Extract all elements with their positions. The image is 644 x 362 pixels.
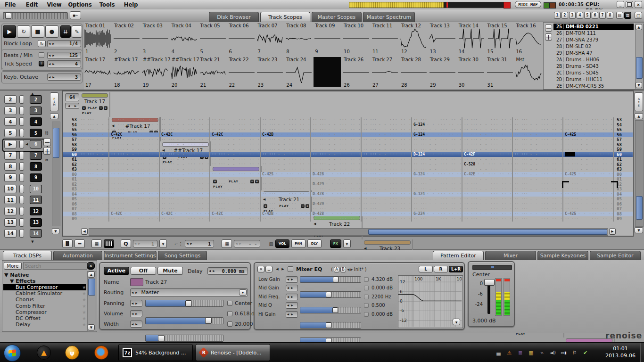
pattern-cell[interactable]: ·· ···- - ··· ·· ·· bbox=[311, 123, 362, 128]
pattern-vscrollbar[interactable] bbox=[635, 120, 644, 227]
dsp-search-input[interactable] bbox=[23, 262, 87, 270]
favorite-star-icon[interactable]: ★ bbox=[82, 304, 86, 309]
view-preset-5[interactable]: 5 bbox=[584, 12, 591, 19]
tab-instrument-settings[interactable]: Instrument Settings bbox=[104, 251, 157, 260]
tray-icon-volume[interactable]: ◄)) bbox=[549, 349, 556, 356]
pattern-cell[interactable]: ·· ···- - ··· ·· ·· bbox=[362, 123, 412, 128]
pattern-cell[interactable]: C-425· · ··· ·· ·· bbox=[563, 212, 614, 217]
pattern-cell[interactable]: C-42B· · ··· ·· ·· bbox=[261, 212, 311, 217]
pattern-cell[interactable]: ·· ···- - ··· ·· ·· bbox=[513, 212, 563, 217]
record-quantize-button[interactable]: ▦ bbox=[91, 239, 102, 248]
pattern-cell[interactable]: ·· ···- - ··· ·· ·· bbox=[462, 206, 513, 212]
pattern-cell[interactable]: ·· ···- - ··· ·· ·· bbox=[261, 177, 311, 182]
pattern-cell[interactable]: ·· ···- - ··· ·· ·· bbox=[261, 157, 311, 162]
sequence-position-button[interactable]: 9 bbox=[4, 173, 17, 182]
pattern-cell[interactable]: ·· ···- - ··· ·· ·· bbox=[311, 152, 362, 157]
block-loop-spinner[interactable]: ◀▶1/4 bbox=[47, 40, 81, 47]
pattern-cell[interactable]: G-124· · ··· ·· ·· bbox=[412, 132, 462, 138]
pattern-cell[interactable]: · · ··· ·· ·· bbox=[563, 152, 614, 157]
pattern-cell[interactable]: ·· ···- - ··· ·· ·· bbox=[563, 137, 614, 142]
spinner-arrow[interactable]: ◀ bbox=[185, 242, 189, 246]
spinner-arrow[interactable]: ▶ bbox=[134, 291, 138, 295]
pattern-cell[interactable]: ·· ···- - ··· ·· ·· bbox=[462, 147, 513, 152]
pattern-cell[interactable]: ·· ···- - ··· ·· ·· bbox=[79, 127, 109, 132]
pattern-cell[interactable]: C-42C· · ··· ·· ·· bbox=[210, 132, 261, 138]
eq-nudge[interactable]: ◀▶ bbox=[286, 276, 298, 283]
eq-auto-checkbox[interactable] bbox=[364, 277, 369, 282]
dsp-effect-item[interactable]: DC Offset★ bbox=[3, 315, 86, 321]
pattern-cell[interactable]: C-42C· · ··· ·· ·· bbox=[109, 212, 160, 217]
master-volume-handle[interactable] bbox=[5, 13, 11, 19]
pattern-cell[interactable]: ·· ···- - ··· ·· ·· bbox=[362, 167, 412, 172]
midi-map-button[interactable]: MIDI MAP bbox=[515, 1, 541, 8]
tab-master-scopes[interactable]: Master Scopes bbox=[312, 12, 362, 22]
pattern-cell[interactable]: ·· ···- - ··· ·· ·· bbox=[109, 172, 160, 177]
pattern-cell[interactable]: ·· ···- - ··· ·· ·· bbox=[109, 216, 160, 222]
pattern-cell[interactable]: ·· ···- - ··· ·· ·· bbox=[261, 123, 311, 128]
instrument-row[interactable]: 2DDrums - HHC11 bbox=[553, 76, 634, 82]
pattern-cell[interactable]: ·· ···- - ··· ·· ·· bbox=[79, 187, 109, 192]
close-button[interactable]: × bbox=[635, 1, 642, 8]
track-collapse-arrow[interactable]: ◀ bbox=[312, 222, 317, 226]
eq-nudge[interactable]: ◀▶ bbox=[286, 311, 298, 318]
tray-icon-language[interactable]: ⚐ bbox=[571, 349, 578, 356]
width-nudge[interactable]: ◀▶ bbox=[130, 321, 142, 328]
sequence-prev-arrow[interactable]: ◀ bbox=[25, 142, 29, 147]
pattern-cell[interactable]: ·· ···- - ··· ·· ·· bbox=[412, 202, 462, 207]
reset-volume-button[interactable]: ◼← bbox=[70, 11, 81, 19]
sequence-position-button[interactable]: 3 bbox=[4, 107, 17, 115]
slider-handle[interactable] bbox=[158, 335, 165, 341]
pattern-cell[interactable]: ·· ···- - ··· ·· ·· bbox=[160, 172, 210, 177]
pattern-cell[interactable]: ·· ···- - ··· ·· ·· bbox=[563, 123, 614, 128]
pattern-cell[interactable]: ·· ···- - ··· ·· ·· bbox=[109, 202, 160, 207]
pattern-cell[interactable]: ·· ···- - ··· ·· ·· bbox=[311, 162, 362, 167]
mid-gain-slider[interactable] bbox=[300, 291, 361, 298]
sequence-pattern-button[interactable]: 6 bbox=[30, 140, 42, 148]
sequence-pattern-button[interactable]: 7 bbox=[30, 151, 42, 160]
pattern-cell[interactable]: ·· ···- - ··· ·· ·· bbox=[563, 216, 614, 222]
spinner-arrow[interactable]: ▶ bbox=[290, 295, 294, 299]
volume-auto-checkbox[interactable] bbox=[227, 311, 232, 316]
spinner-arrow[interactable]: ◀ bbox=[286, 313, 290, 316]
more-button[interactable]: More bbox=[4, 262, 22, 270]
pattern-cell[interactable]: ·· ···- - ··· ·· ·· bbox=[412, 117, 462, 123]
layout-upper-toggle[interactable]: ▤ bbox=[616, 12, 623, 19]
pattern-cell[interactable]: ·· ···- - ··· ·· ·· bbox=[160, 177, 210, 182]
preset-b-button[interactable]: B bbox=[340, 267, 346, 272]
pattern-cell[interactable]: ·· ···- - ··· ·· ·· bbox=[109, 162, 160, 167]
fullscreen-button[interactable]: ▢ bbox=[635, 12, 642, 19]
play-button[interactable]: ▶ bbox=[3, 25, 16, 38]
instrument-row[interactable]: 25DM-BD 0221 bbox=[553, 24, 634, 30]
sequence-position-button[interactable]: 4 bbox=[4, 117, 17, 126]
pattern-cell[interactable]: ·· ···- - ··· ·· ·· bbox=[210, 142, 261, 148]
pattern-cell[interactable]: ·· ···- - ··· ·· ·· bbox=[412, 157, 462, 162]
track-play-sub[interactable]: PLAY bbox=[82, 111, 96, 115]
track-color-swatch[interactable] bbox=[130, 278, 143, 286]
loop-pattern-button[interactable]: ↻ bbox=[17, 25, 30, 38]
pattern-cell[interactable]: ·· ···- - ··· ·· ·· bbox=[412, 162, 462, 167]
pattern-cell[interactable]: ·· ···- - ··· ·· ·· bbox=[79, 142, 109, 148]
pattern-cell[interactable]: ·· ···- - ··· ·· ·· bbox=[412, 216, 462, 222]
pattern-select-spinner[interactable]: ◀▶ bbox=[65, 103, 79, 109]
panning-slider[interactable] bbox=[145, 300, 223, 307]
eq-nudge[interactable]: ◀▶ bbox=[286, 285, 298, 291]
pattern-cell[interactable]: ·· ···- - ··· ·· ·· bbox=[362, 152, 412, 157]
layout-lower-toggle[interactable]: ▥ bbox=[624, 12, 631, 19]
pattern-cell[interactable]: ·· ···- - ··· ·· ·· bbox=[362, 206, 412, 212]
low-gain-slider[interactable] bbox=[300, 276, 361, 283]
pattern-cell[interactable]: ·· ···- - ··· ·· ·· bbox=[210, 202, 261, 207]
pattern-cell[interactable]: ·· ···- - ··· ·· ·· bbox=[362, 192, 412, 197]
spinner-right-arrow[interactable]: ▶ bbox=[51, 42, 55, 46]
pattern-cell[interactable]: ·· ···- - ··· ·· ·· bbox=[412, 197, 462, 202]
instrument-expand-button[interactable]: + bbox=[545, 33, 552, 41]
computer-keyboard-piano-button[interactable] bbox=[104, 239, 114, 248]
preset-a-button[interactable]: A bbox=[334, 267, 339, 272]
pattern-cell[interactable]: ·· ···- - ··· ·· ·· bbox=[109, 142, 160, 148]
pattern-cell[interactable]: ·· ···- - ··· ·· ·· bbox=[563, 147, 614, 152]
pattern-cell[interactable]: ·· ···- - ··· ·· ·· bbox=[362, 182, 412, 187]
pattern-cell[interactable]: ·· ···- - ··· ·· ·· bbox=[513, 197, 563, 202]
keyb-octave-spinner[interactable]: ◀▶3 bbox=[47, 74, 81, 81]
pattern-cell[interactable]: ·· ···- - ··· ·· ·· bbox=[79, 212, 109, 217]
tray-icon-usb[interactable]: ✔ bbox=[582, 349, 589, 356]
pattern-cell[interactable]: ·· ···- - ··· ·· ·· bbox=[160, 142, 210, 148]
